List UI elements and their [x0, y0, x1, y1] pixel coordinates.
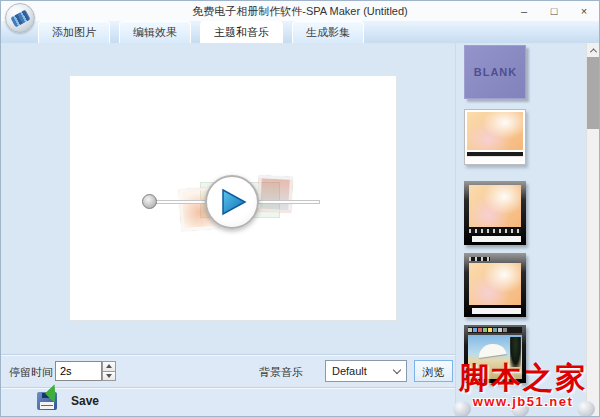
beach-thumbnail-image: [468, 335, 522, 379]
flower-thumbnail-image: [469, 185, 521, 227]
player-toolbar-icon: [468, 327, 522, 333]
play-icon: [221, 188, 247, 216]
save-button[interactable]: Save: [37, 392, 99, 410]
triangle-up-icon: [106, 364, 112, 368]
tab-edit-effects[interactable]: 编辑效果: [119, 21, 191, 43]
seek-slider-handle[interactable]: [142, 194, 157, 209]
background-music-value: Default: [332, 365, 367, 377]
background-music-label: 背景音乐: [259, 365, 303, 380]
scrollbar-thumb[interactable]: [587, 57, 599, 129]
tab-add-pictures[interactable]: 添加图片: [38, 21, 110, 43]
theme-panel-scrollbar: [586, 43, 599, 417]
palm-tree-icon: [510, 337, 521, 367]
window-controls: – □ ×: [509, 1, 599, 21]
blank-theme-label: BLANK: [474, 66, 518, 78]
scrollbar-up-button[interactable]: [587, 43, 599, 57]
stepper-down-button[interactable]: [102, 372, 116, 382]
tab-theme-and-music[interactable]: 主题和音乐: [200, 21, 283, 43]
theme-item-beach[interactable]: [464, 325, 526, 383]
preview-faint-building-thumbnail: [257, 175, 293, 213]
preview-area: [1, 43, 455, 354]
play-button[interactable]: [205, 175, 259, 229]
app-menu-orb-icon[interactable]: [5, 3, 35, 33]
player-controls-icon: [469, 229, 521, 233]
tab-generate-album[interactable]: 生成影集: [292, 21, 364, 43]
app-window: 免费电子相册制作软件-SPA Maker (Untitled) – □ × 添加…: [0, 0, 600, 417]
triangle-down-icon: [106, 374, 112, 378]
playback-settings-bar: 停留时间 背景音乐 Default 浏览: [1, 354, 455, 387]
thumbnail-base-plate: [472, 308, 521, 314]
save-button-label: Save: [71, 394, 99, 408]
maximize-button[interactable]: □: [539, 1, 569, 21]
ribbon-tabstrip: 添加图片 编辑效果 主题和音乐 生成影集: [1, 21, 599, 43]
theme-item-flower-dark-b[interactable]: [464, 253, 526, 317]
stay-time-label: 停留时间: [9, 365, 53, 380]
browse-button[interactable]: 浏览: [414, 360, 453, 382]
flower-thumbnail-image: [467, 112, 523, 150]
thumbnail-base-plate: [472, 236, 521, 242]
titlebar: 免费电子相册制作软件-SPA Maker (Untitled) – □ ×: [1, 1, 599, 21]
filmstrip-icon: [10, 10, 30, 28]
theme-item-flower-dark-a[interactable]: [464, 181, 526, 245]
window-dots-icon: [469, 257, 490, 261]
watermark-bubble-icon: [511, 401, 529, 417]
theme-item-flower-light[interactable]: [464, 109, 526, 165]
stay-time-input[interactable]: [55, 361, 102, 381]
save-floppy-icon: [37, 392, 57, 410]
chevron-down-icon: [393, 366, 401, 374]
background-music-select[interactable]: Default: [325, 360, 407, 382]
theme-item-blank[interactable]: BLANK: [464, 45, 526, 99]
player-footer: [467, 156, 523, 162]
save-bar: Save: [1, 387, 455, 417]
watermark-bubble-icon: [453, 401, 471, 417]
close-button[interactable]: ×: [569, 1, 599, 21]
preview-canvas: [69, 75, 397, 321]
watermark-site-url: www.jb51.net: [447, 394, 599, 409]
flower-thumbnail-image: [469, 263, 521, 305]
minimize-button[interactable]: –: [509, 1, 539, 21]
chevron-up-icon: [589, 48, 596, 55]
theme-panel: BLANK: [455, 43, 599, 417]
stay-time-stepper: [102, 361, 116, 381]
umbrella-icon: [478, 342, 507, 358]
stepper-up-button[interactable]: [102, 361, 116, 372]
